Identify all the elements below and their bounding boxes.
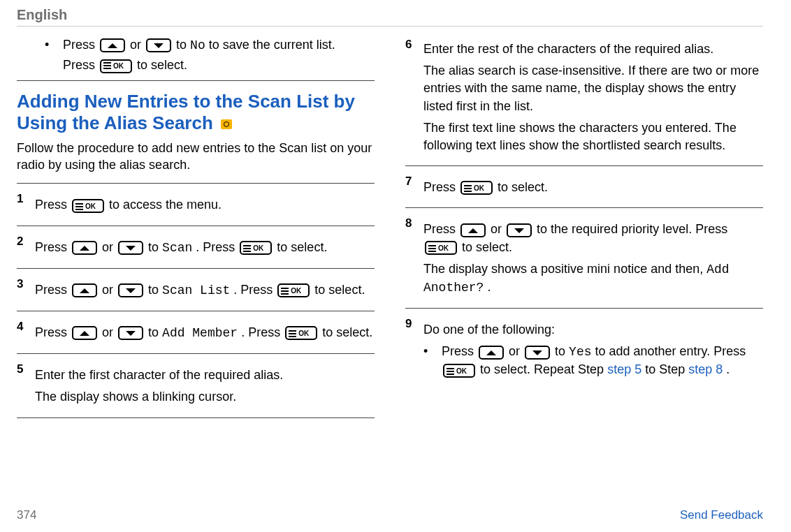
ok-label: OK [253,244,263,253]
step-number: 6 [405,36,412,53]
ok-label: OK [438,244,449,253]
up-arrow-icon [100,38,125,52]
step-number: 5 [17,361,23,378]
ok-button-icon: OK [240,241,272,255]
up-arrow-icon [72,283,97,297]
text-fragment: to [148,240,162,254]
text-fragment: Press [35,240,71,254]
ok-button-icon: OK [460,181,493,195]
text-fragment: to add another entry. Press [595,344,746,358]
step-number: 1 [17,191,23,207]
text-fragment: . Press [241,325,284,339]
ok-button-icon: OK [72,199,104,213]
page: English • Press or to No [0,0,791,532]
down-arrow-icon [118,241,143,255]
text-fragment: Press [423,222,459,236]
text-fragment: to select. [314,283,365,297]
step-body: Press OK to select. [423,179,763,196]
lcd-text: Scan [162,241,192,255]
step-body: Press or to Scan List . Press OK to sele… [35,281,375,300]
text-fragment: . Press [233,283,276,297]
divider [17,80,375,81]
text-fragment: or [102,325,117,339]
prev-bullet-text: Press or to No to save the current list.… [63,38,375,73]
step-line: The display shows a blinking cursor. [35,388,375,406]
text-fragment: Press [423,180,459,194]
ok-button-icon: OK [285,326,317,340]
step-9: 9 Do one of the following: • Press or to [405,308,763,390]
left-column: • Press or to No to save the current lis… [17,34,375,418]
ok-button-icon: OK [100,59,132,73]
step-5: 5 Enter the first character of the requi… [17,353,375,418]
bullet-dot: • [45,38,63,73]
step-9-sub-bullet: • Press or to Yes to add another entry. … [423,343,763,378]
ok-label: OK [474,184,484,193]
text-fragment: or [130,38,145,52]
text-fragment: Press [35,283,71,297]
text-fragment: Press [442,344,477,358]
page-header: English [17,7,763,27]
step-1: 1 Press OK to access the menu. [17,183,375,225]
lcd-text: No [190,38,205,52]
page-footer: 374 Send Feedback [17,508,763,522]
down-arrow-icon [118,326,143,340]
header-language: English [17,7,67,22]
text-fragment: Press [63,38,99,52]
previous-topic-end: • Press or to No to save the current lis… [17,38,375,73]
step-number: 4 [17,318,23,335]
content-columns: • Press or to No to save the current lis… [17,34,763,418]
text-fragment: Press [63,58,99,72]
lcd-text: Scan List [162,283,230,297]
text-fragment: or [491,222,505,236]
text-fragment: to save the current list. [209,38,335,52]
up-arrow-icon [72,326,97,340]
ok-label: OK [85,202,96,212]
down-arrow-icon [507,223,532,237]
prev-bullet-item: • Press or to No to save the current lis… [45,38,375,73]
up-arrow-icon [72,241,97,255]
ok-label: OK [298,329,309,339]
step-8: 8 Press or to the required priority leve… [405,207,763,308]
bullet-dot: • [423,343,442,378]
step-body: Enter the first character of the require… [35,367,375,406]
section-intro: Follow the procedure to add new entries … [17,140,375,174]
step-2: 2 Press or to Scan . Press OK to select. [17,226,375,268]
page-number: 374 [17,508,36,522]
ok-button-icon: OK [277,283,310,297]
text-fragment: The display shows a positive mini notice… [423,262,706,276]
send-feedback-link[interactable]: Send Feedback [680,508,763,522]
lcd-text: Add Member [162,326,238,340]
step-number: 3 [17,276,23,293]
text-fragment: to select. [462,240,512,254]
step-body: Press or to Scan . Press OK to select. [35,239,375,257]
step-7: 7 Press OK to select. [405,165,763,207]
step-4: 4 Press or to Add Member . Press OK to s… [17,311,375,353]
text-fragment: Press [35,325,71,339]
text-fragment: or [102,283,117,297]
step-number: 7 [405,173,412,190]
step-number: 8 [405,215,412,232]
step-line: The alias search is case-insensitive. If… [423,62,763,115]
text-fragment: Press [35,198,71,212]
section-title-text: Adding New Entries to the Scan List by U… [17,91,355,133]
text-fragment: to select. Repeat Step [480,362,607,376]
text-fragment: to [148,325,162,339]
text-fragment: to select. [137,58,187,72]
text-fragment: to select. [498,180,548,194]
text-fragment: to select. [277,240,327,254]
right-column: 6 Enter the rest of the characters of th… [405,34,763,418]
step-body: Do one of the following: • Press or to Y… [423,321,763,379]
ok-button-icon: OK [443,364,475,378]
step-line: The first text line shows the characters… [423,119,763,154]
text-fragment: to access the menu. [109,198,222,212]
ok-label: OK [456,367,467,376]
step-number: 9 [405,316,412,332]
link-step-5[interactable]: step 5 [607,362,641,376]
step-body: Press OK to access the menu. [35,196,375,214]
down-arrow-icon [146,38,171,52]
down-arrow-icon [118,283,143,297]
link-step-8[interactable]: step 8 [688,362,723,376]
text-fragment: to select. [322,325,372,339]
step-3: 3 Press or to Scan List . Press OK to se… [17,268,375,311]
section-title: Adding New Entries to the Scan List by U… [17,91,375,134]
